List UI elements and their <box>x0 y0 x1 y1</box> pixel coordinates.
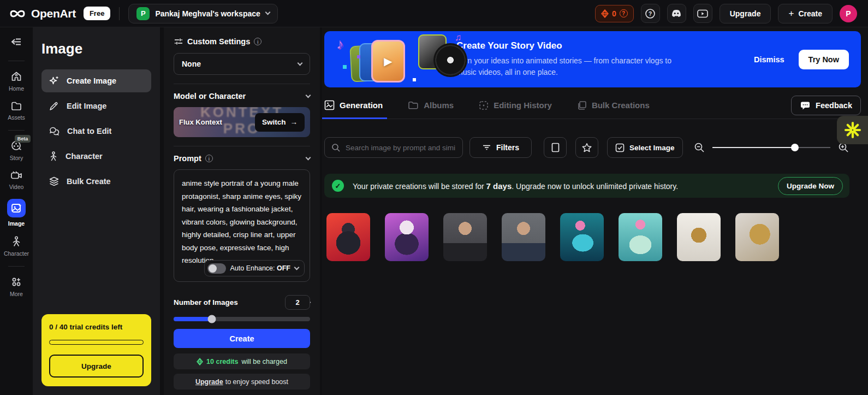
credits-button[interactable]: 0 ? <box>595 5 634 22</box>
image-thumbnail[interactable] <box>502 213 545 261</box>
layers-icon <box>49 176 60 187</box>
sidebar-item-more[interactable]: More <box>10 276 23 297</box>
top-navbar: OpenArt Free P Pankaj Meghval's workspac… <box>0 0 868 27</box>
prompt-text: anime style portrait of a young male pro… <box>182 177 302 267</box>
sidebar-item-bulk-create[interactable]: Bulk Create <box>41 170 151 193</box>
sidebar-item-create-image[interactable]: Create Image <box>41 69 151 92</box>
upgrade-button[interactable]: Upgrade <box>720 4 771 23</box>
custom-settings-value: None <box>182 60 201 68</box>
logo-text: OpenArt <box>31 7 76 20</box>
aspect-ratio-button[interactable] <box>544 137 567 158</box>
model-section-label: Model or Character <box>174 92 246 101</box>
rail-divider <box>8 130 25 131</box>
select-image-button[interactable]: Select Image <box>607 137 683 158</box>
upgrade-now-button[interactable]: Upgrade Now <box>778 177 843 195</box>
portrait-frame-icon <box>551 143 560 152</box>
image-thumbnail[interactable] <box>619 213 662 261</box>
prompt-textarea[interactable]: anime style portrait of a young male pro… <box>174 169 310 282</box>
create-button[interactable]: + Create <box>778 4 833 23</box>
discord-button[interactable] <box>667 4 686 23</box>
editing-history-icon <box>479 101 489 110</box>
select-image-label: Select Image <box>629 144 675 152</box>
feedback-button[interactable]: Feedback <box>791 96 861 115</box>
vinyl-record-icon <box>433 43 467 77</box>
image-thumbnail[interactable] <box>735 213 779 261</box>
sidebar-item-character[interactable]: Character <box>41 145 151 168</box>
image-thumbnail[interactable] <box>677 213 721 261</box>
image-thumbnail[interactable] <box>443 213 487 261</box>
switch-model-button[interactable]: Switch → <box>255 113 305 132</box>
chevron-down-icon <box>306 155 311 160</box>
number-of-images-label: Number of Images <box>174 298 238 306</box>
rail-label: More <box>10 291 23 297</box>
sidebar-item-image[interactable]: Image <box>7 199 26 227</box>
sparkles-icon <box>49 75 60 86</box>
pixel-accent <box>413 78 416 81</box>
info-icon: i <box>254 38 261 45</box>
favorites-button[interactable] <box>575 137 598 158</box>
zoom-slider[interactable] <box>712 147 830 148</box>
credits-charge-note: 10 creditswill be charged <box>174 353 310 369</box>
try-now-button[interactable]: Try Now <box>799 50 849 69</box>
arrow-right-icon: → <box>290 118 298 126</box>
image-thumbnail[interactable] <box>385 213 429 261</box>
sidebar-item-video[interactable]: Video <box>9 170 24 190</box>
search-input[interactable] <box>346 144 456 152</box>
help-button[interactable]: ? <box>641 4 660 23</box>
sidebar-item-edit-image[interactable]: Edit Image <box>41 95 151 117</box>
custom-settings-dropdown[interactable]: None <box>174 53 310 75</box>
dismiss-button[interactable]: Dismiss <box>754 55 784 64</box>
number-of-images-input[interactable]: 2 <box>285 295 310 310</box>
prompt-header[interactable]: Prompt i <box>174 154 310 163</box>
chevron-down-icon <box>265 10 270 15</box>
sidebar-item-chat-to-edit[interactable]: Chat to Edit <box>41 120 151 143</box>
credit-gem-icon <box>601 9 609 18</box>
more-grid-icon <box>10 276 22 288</box>
star-icon <box>581 143 592 153</box>
openart-logo[interactable]: OpenArt <box>9 7 76 20</box>
rail-label: Assets <box>8 114 25 121</box>
rail-divider <box>8 61 25 61</box>
tab-albums[interactable]: Albums <box>408 92 454 119</box>
zoom-out-icon[interactable] <box>694 142 705 153</box>
video-camera-icon <box>10 170 23 181</box>
collapse-sidebar-button[interactable] <box>10 37 23 48</box>
rail-label: Story <box>10 155 23 161</box>
tab-generation[interactable]: Generation <box>324 92 383 119</box>
trial-upgrade-button[interactable]: Upgrade <box>49 355 144 378</box>
create-image-button[interactable]: Create <box>174 329 310 348</box>
image-thumbnail[interactable] <box>326 213 370 261</box>
upgrade-link[interactable]: Upgrade <box>195 378 223 386</box>
sliders-icon <box>174 37 183 46</box>
tab-label: Bulk Creations <box>592 101 650 110</box>
model-section-header[interactable]: Model or Character <box>174 92 310 101</box>
check-icon: ✓ <box>332 180 344 192</box>
sidebar-item-assets[interactable]: Assets <box>8 101 25 121</box>
zoom-slider-thumb[interactable] <box>791 144 799 151</box>
auto-enhance-toggle[interactable] <box>207 263 226 274</box>
tab-bulk-creations[interactable]: Bulk Creations <box>577 92 650 119</box>
sidebar-item-story[interactable]: Beta Story <box>10 140 23 161</box>
workspace-selector[interactable]: P Pankaj Meghval's workspace <box>128 4 277 23</box>
tab-label: Albums <box>424 101 454 110</box>
retention-notice-text: Your private creations will be stored fo… <box>353 181 678 191</box>
plus-icon: + <box>788 8 794 19</box>
trial-credits-text: 0 / 40 trial credits left <box>49 323 144 331</box>
banner-title: Create Your Story Video <box>456 40 686 51</box>
auto-enhance-control[interactable]: Auto Enhance: OFF <box>204 260 305 276</box>
filters-button[interactable]: Filters <box>469 137 532 158</box>
sidebar-item-character[interactable]: Character <box>4 235 29 257</box>
sidebar-item-home[interactable]: Home <box>9 70 24 92</box>
youtube-button[interactable] <box>693 4 712 23</box>
slider-thumb[interactable] <box>208 315 216 323</box>
pixel-accent <box>343 65 347 69</box>
model-card[interactable]: KONTEXT PRO Flux Kontext Switch → <box>174 107 310 137</box>
number-of-images-slider[interactable] <box>174 317 310 321</box>
assistant-widget-button[interactable] <box>837 116 868 144</box>
section-divider <box>174 146 310 146</box>
image-thumbnail[interactable] <box>560 213 604 261</box>
tab-editing-history[interactable]: Editing History <box>479 92 552 119</box>
search-box[interactable] <box>324 137 463 158</box>
user-avatar[interactable]: P <box>840 5 857 22</box>
auto-enhance-label: Auto Enhance: OFF <box>230 264 291 272</box>
